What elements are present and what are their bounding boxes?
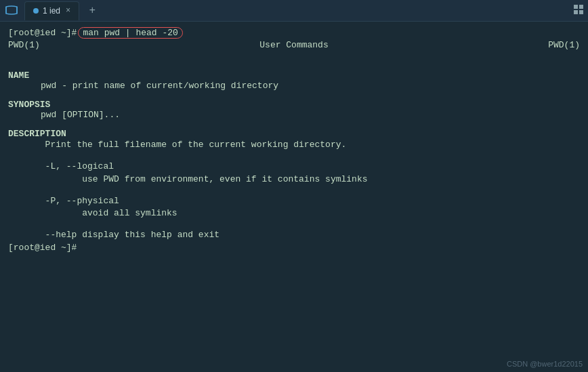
synopsis-title: SYNOPSIS	[8, 100, 580, 110]
spacer2	[8, 62, 580, 70]
title-bar-left: 1 ied × +	[4, 1, 100, 20]
man-header-right: PWD(1)	[548, 40, 580, 50]
command-highlighted: man pwd | head -20	[78, 27, 182, 39]
description-title: DESCRIPTION	[8, 129, 580, 139]
title-bar-right	[573, 4, 584, 18]
prompt2: [root@ied ~]#	[8, 242, 580, 255]
tab-label: 1 ied	[43, 6, 60, 16]
description-line5: avoid all symlinks	[8, 207, 580, 220]
name-title: NAME	[8, 70, 580, 81]
synopsis-section: SYNOPSIS pwd [OPTION]...	[8, 100, 580, 120]
spacer6	[8, 186, 580, 195]
man-header-left: PWD(1)	[8, 40, 40, 50]
description-line6: --help display this help and exit	[8, 229, 580, 242]
svg-rect-1	[579, 5, 583, 9]
tab-close-button[interactable]: ×	[66, 6, 70, 16]
watermark: CSDN @bwer1d22015	[507, 360, 583, 368]
description-line2: -L, --logical	[8, 161, 580, 173]
active-tab[interactable]: 1 ied ×	[24, 1, 79, 20]
spacer1	[8, 53, 580, 62]
name-section: NAME pwd - print name of current/working…	[8, 70, 580, 91]
prompt1: [root@ied ~]#	[8, 28, 77, 38]
terminal[interactable]: [root@ied ~]# man pwd | head -20 PWD(1) …	[0, 22, 588, 372]
spacer7	[8, 220, 580, 229]
title-bar: 1 ied × +	[0, 0, 588, 22]
man-page-header: PWD(1) User Commands PWD(1)	[8, 40, 580, 50]
grid-icon[interactable]	[573, 4, 584, 18]
svg-rect-3	[579, 10, 583, 14]
man-header-center: User Commands	[259, 40, 328, 50]
new-tab-button[interactable]: +	[85, 3, 100, 18]
command-line: [root@ied ~]# man pwd | head -20	[8, 27, 580, 39]
svg-rect-0	[574, 5, 578, 9]
synopsis-content: pwd [OPTION]...	[8, 110, 580, 120]
app-icon	[4, 3, 19, 18]
spacer4	[8, 120, 580, 129]
name-content: pwd - print name of current/working dire…	[8, 81, 580, 91]
spacer5	[8, 152, 580, 161]
description-line1: Print the full filename of the current w…	[8, 139, 580, 152]
tab-indicator	[33, 8, 39, 14]
description-line3: use PWD from environment, even if it con…	[8, 173, 580, 186]
description-section: DESCRIPTION Print the full filename of t…	[8, 129, 580, 242]
spacer3	[8, 91, 580, 100]
description-line4: -P, --physical	[8, 195, 580, 208]
svg-rect-2	[574, 10, 578, 14]
